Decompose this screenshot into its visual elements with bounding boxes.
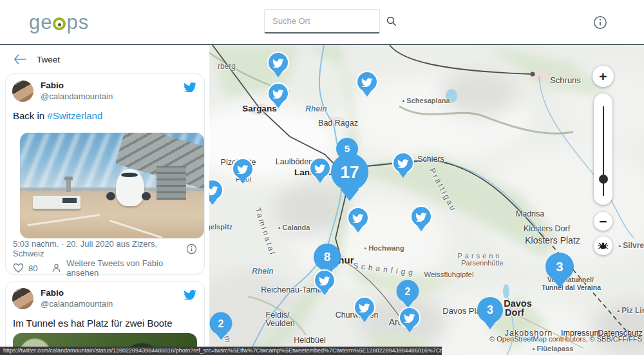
tweet-marker[interactable]: [314, 269, 336, 291]
tweet-marker[interactable]: [399, 307, 421, 329]
tweet-marker[interactable]: [347, 207, 369, 229]
tweet-marker[interactable]: [232, 158, 254, 180]
tweet-hashtag-link[interactable]: #Switzerland: [47, 110, 102, 121]
cluster-marker[interactable]: 3: [545, 253, 574, 281]
info-icon: [593, 15, 607, 30]
tweet-info-icon[interactable]: [186, 244, 197, 254]
geops-logo[interactable]: geps: [29, 11, 89, 34]
map-label: Laulböden: [276, 157, 313, 166]
zoom-slider[interactable]: [594, 93, 612, 205]
map-label: rberg: [218, 62, 236, 71]
zoom-out-button[interactable]: −: [594, 212, 612, 231]
cluster-count: 2: [405, 285, 411, 297]
map-label: Madrisa: [516, 209, 544, 218]
photo-engine: [106, 192, 115, 200]
cluster-marker[interactable]: 2: [210, 312, 232, 335]
tweet-timestamp: 5:03 nachm. · 20. Juli 2020 aus Zizers, …: [13, 239, 186, 258]
photo-tow-truck: [33, 196, 80, 209]
cluster-count: 3: [487, 303, 493, 317]
map-label: Rhein: [305, 104, 327, 113]
avatar[interactable]: [12, 81, 33, 102]
app-header: geps: [0, 0, 644, 45]
map-label: Veulden: [265, 319, 294, 328]
map-label: Calanda: [278, 224, 310, 231]
back-arrow-icon: [14, 54, 26, 64]
tweet-marker[interactable]: [267, 52, 289, 73]
cluster-marker[interactable]: 3: [477, 297, 503, 323]
map-label: Parsennhütte: [461, 259, 503, 267]
search-icon: [386, 15, 397, 27]
map-label: Hochwang: [363, 244, 404, 252]
cluster-count: 17: [340, 162, 359, 182]
map-label: Piz Linard: [616, 306, 644, 315]
tweet-marker[interactable]: [354, 296, 375, 318]
map-label: Sargans: [242, 104, 276, 113]
search-input[interactable]: [272, 16, 386, 26]
map[interactable]: rbergSargansRheinBad RagazSchesaplanaSch…: [209, 45, 644, 355]
person-icon: [52, 263, 61, 273]
cluster-count: 8: [324, 250, 331, 264]
back-button[interactable]: [12, 51, 28, 68]
tweet-handle[interactable]: @calandamountain: [41, 299, 113, 309]
photo-engine: [142, 192, 151, 200]
search-box: [264, 9, 380, 34]
map-label: Schiers: [417, 155, 444, 164]
tweet-card: Fabio @calandamountain Im Tunnel es hat …: [5, 281, 205, 355]
map-label: Ringelspitz: [209, 223, 232, 231]
more-tweets-link[interactable]: Weitere Tweets von Fabio ansehen: [66, 258, 197, 278]
map-label: Schruns: [550, 75, 581, 85]
map-label: Weissfluhgipfel: [424, 271, 473, 278]
map-label: Rhein: [252, 267, 273, 276]
map-label: Tunnel dal Veraina: [542, 283, 601, 291]
like-count[interactable]: 80: [28, 264, 37, 273]
map-label: Dorf: [505, 307, 524, 318]
photo-tarmac-line: [28, 215, 101, 227]
tweet-handle[interactable]: @calandamountain: [41, 91, 113, 101]
tweet-author[interactable]: Fabio: [41, 81, 64, 90]
twitter-bird-icon[interactable]: [184, 81, 196, 92]
sidebar-header: Tweet: [0, 45, 209, 73]
sidebar-title: Tweet: [37, 55, 60, 64]
map-label: Heidbüel: [294, 336, 325, 345]
logo-text-pre: ge: [29, 11, 52, 34]
photo-tarmac-line: [109, 219, 163, 238]
map-label: Silvretta: [618, 241, 644, 250]
tweet-marker[interactable]: [410, 206, 432, 227]
map-label: Flüelapass: [532, 345, 574, 352]
zoom-slider-handle[interactable]: [599, 175, 608, 184]
tweet-text: Im Tunnel es hat Platz für zwei Boote: [13, 318, 173, 329]
search-button[interactable]: [386, 15, 397, 27]
photo-jet-bridge-support: [156, 166, 186, 200]
status-url-bar: https://twitter.com/calandamountain/stat…: [0, 347, 442, 355]
tweet-marker[interactable]: [356, 71, 378, 93]
tweet-photo[interactable]: [20, 133, 204, 238]
tweet-card: Fabio @calandamountain Back in #Switzerl…: [5, 73, 205, 274]
fly-button[interactable]: [594, 236, 612, 255]
map-attribution: © OpenStreetMap contributors, © SBB/CFF/…: [489, 335, 642, 343]
cluster-marker[interactable]: 8: [314, 244, 341, 271]
fly-icon: [598, 241, 609, 251]
avatar[interactable]: [12, 288, 33, 309]
logo-text-post: ps: [66, 11, 89, 34]
cluster-marker[interactable]: 2: [397, 280, 419, 303]
map-label: Klosters Platz: [525, 235, 580, 245]
minus-icon: −: [599, 214, 607, 229]
twitter-bird-icon[interactable]: [184, 289, 196, 300]
plus-icon: +: [599, 69, 607, 84]
tweet-text-plain: Back in: [13, 110, 47, 121]
tweet-marker[interactable]: [309, 157, 331, 179]
map-label: Schesaplana: [401, 97, 450, 104]
map-label: Feldis/: [266, 311, 290, 320]
cluster-count: 2: [218, 318, 224, 329]
like-heart-icon[interactable]: [13, 263, 24, 273]
tweet-marker[interactable]: [267, 82, 289, 104]
photo-control-tower: [66, 179, 71, 192]
logo-o-icon: [53, 17, 66, 30]
zoom-in-button[interactable]: +: [592, 66, 614, 87]
tweet-author[interactable]: Fabio: [41, 288, 64, 298]
info-button[interactable]: [592, 15, 608, 30]
tweet-marker[interactable]: [392, 152, 414, 174]
cluster-count: 3: [556, 260, 563, 274]
cluster-marker[interactable]: 17: [331, 153, 368, 191]
map-label: Klosters Dorf: [524, 224, 570, 233]
